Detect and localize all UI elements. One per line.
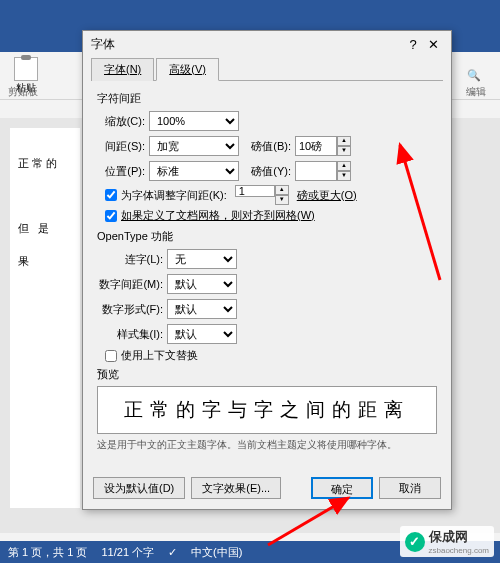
grid-checkbox[interactable]	[105, 210, 117, 222]
preview-box: 正常的字与字之间的距离	[97, 386, 437, 434]
status-proof-icon[interactable]: ✓	[168, 546, 177, 559]
scale-label: 缩放(C):	[97, 114, 149, 129]
find-icon[interactable]: 🔍	[467, 69, 481, 82]
dialog-tabs: 字体(N) 高级(V)	[91, 57, 443, 81]
context-label: 使用上下文替换	[121, 348, 198, 363]
watermark-brand: 保成网	[429, 528, 489, 546]
watermark: 保成网 zsbaocheng.com	[400, 526, 494, 557]
ligature-label: 连字(L):	[97, 252, 167, 267]
opentype-section: OpenType 功能	[97, 229, 437, 244]
position-label: 位置(P):	[97, 164, 149, 179]
watermark-domain: zsbaocheng.com	[429, 546, 489, 555]
dialog-help-icon[interactable]: ?	[403, 37, 423, 52]
kern-label: 为字体调整字间距(K):	[121, 188, 227, 203]
preview-section: 预览	[97, 367, 437, 382]
spin-up-icon[interactable]: ▲	[275, 185, 289, 195]
pound-y-input[interactable]	[295, 161, 337, 181]
kern-checkbox[interactable]	[105, 189, 117, 201]
watermark-logo-icon	[405, 532, 425, 552]
pound-y-label: 磅值(Y):	[251, 164, 295, 179]
styleset-select[interactable]: 默认	[167, 324, 237, 344]
edit-label: 编辑	[466, 85, 486, 99]
tab-advanced[interactable]: 高级(V)	[156, 58, 219, 81]
position-select[interactable]: 标准	[149, 161, 239, 181]
kern-above-label: 磅或更大(O)	[297, 188, 357, 203]
edit-group: 🔍 编辑	[454, 52, 494, 99]
dialog-title: 字体	[91, 36, 403, 53]
cancel-button[interactable]: 取消	[379, 477, 441, 499]
dialog-close-icon[interactable]: ✕	[423, 37, 443, 52]
numspace-label: 数字间距(M):	[97, 277, 167, 292]
status-words[interactable]: 11/21 个字	[101, 545, 154, 560]
spin-down-icon[interactable]: ▼	[337, 171, 351, 181]
status-lang[interactable]: 中文(中国)	[191, 545, 242, 560]
document-page[interactable]: 正常的 但 是 果	[10, 128, 80, 508]
scale-select[interactable]: 100%	[149, 111, 239, 131]
numform-select[interactable]: 默认	[167, 299, 237, 319]
text-effects-button[interactable]: 文字效果(E)...	[191, 477, 281, 499]
doc-text-1: 正常的	[18, 156, 72, 171]
font-dialog: 字体 ? ✕ 字体(N) 高级(V) 字符间距 缩放(C): 100% 间距(S…	[82, 30, 452, 510]
spin-down-icon[interactable]: ▼	[275, 195, 289, 205]
doc-text-3: 果	[18, 254, 72, 269]
doc-text-2: 但 是	[18, 221, 72, 236]
clipboard-label: 剪贴板	[8, 85, 38, 99]
numform-label: 数字形式(F):	[97, 302, 167, 317]
spin-up-icon[interactable]: ▲	[337, 161, 351, 171]
spacing-label: 间距(S):	[97, 139, 149, 154]
clipboard-group: 粘贴 剪贴板	[6, 52, 46, 99]
context-checkbox[interactable]	[105, 350, 117, 362]
ligature-select[interactable]: 无	[167, 249, 237, 269]
spin-down-icon[interactable]: ▼	[337, 146, 351, 156]
pound-b-input[interactable]	[295, 136, 337, 156]
set-default-button[interactable]: 设为默认值(D)	[93, 477, 185, 499]
char-spacing-section: 字符间距	[97, 91, 437, 106]
paste-icon[interactable]	[14, 57, 38, 81]
tab-font[interactable]: 字体(N)	[91, 58, 154, 81]
ok-button[interactable]: 确定	[311, 477, 373, 499]
dialog-titlebar: 字体 ? ✕	[83, 31, 451, 57]
kern-input[interactable]	[235, 185, 275, 197]
styleset-label: 样式集(I):	[97, 327, 167, 342]
grid-label: 如果定义了文档网格，则对齐到网格(W)	[121, 208, 315, 223]
numspace-select[interactable]: 默认	[167, 274, 237, 294]
spin-up-icon[interactable]: ▲	[337, 136, 351, 146]
status-page[interactable]: 第 1 页，共 1 页	[8, 545, 87, 560]
pound-b-label: 磅值(B):	[251, 139, 295, 154]
spacing-select[interactable]: 加宽	[149, 136, 239, 156]
preview-hint: 这是用于中文的正文主题字体。当前文档主题定义将使用哪种字体。	[97, 438, 437, 452]
